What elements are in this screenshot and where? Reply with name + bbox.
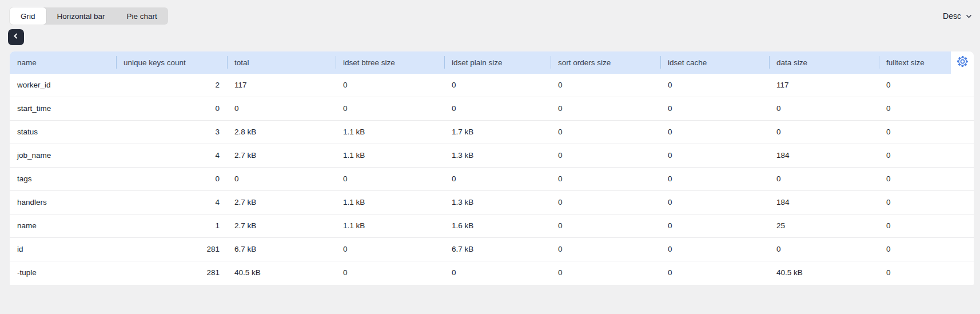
cell-idset-btree-size: 0 [336, 74, 444, 97]
tab-pie-chart-label: Pie chart [127, 12, 157, 21]
cell-sort-orders-size: 0 [551, 238, 660, 261]
column-header-idset-plain-size[interactable]: idset plain size [444, 51, 551, 74]
cell-total: 2.8 kB [227, 121, 336, 144]
table-row: job_name42.7 kB1.1 kB1.3 kB001840 [10, 144, 974, 168]
cell-idset-plain-size: 1.7 kB [444, 121, 551, 144]
table-row: worker_id211700001170 [10, 74, 974, 97]
cell-data-size: 40.5 kB [769, 261, 879, 285]
gear-icon [957, 55, 969, 70]
cell-idset-plain-size: 1.3 kB [444, 144, 551, 167]
cell-idset-cache: 0 [660, 74, 769, 97]
cell-unique-keys-count: 0 [116, 97, 227, 120]
cell-fulltext-size: 0 [879, 238, 951, 261]
column-header-fulltext-size[interactable]: fulltext size [879, 51, 951, 74]
cell-sort-orders-size: 0 [551, 97, 660, 120]
cell-sort-orders-size: 0 [551, 121, 660, 144]
cell-sort-orders-size: 0 [551, 191, 660, 214]
cell-idset-btree-size: 0 [336, 238, 444, 261]
table-row: -tuple28140.5 kB000040.5 kB0 [10, 261, 974, 285]
cell-name: handlers [10, 191, 116, 214]
cell-fulltext-size: 0 [879, 97, 951, 120]
tab-horizontal-bar-label: Horizontal bar [57, 12, 105, 21]
cell-total: 2.7 kB [227, 144, 336, 167]
view-switcher: Grid Horizontal bar Pie chart [10, 7, 168, 25]
table-row: name12.7 kB1.1 kB1.6 kB00250 [10, 214, 974, 238]
column-header-idset-cache[interactable]: idset cache [660, 51, 769, 74]
tab-horizontal-bar[interactable]: Horizontal bar [46, 7, 116, 25]
table-header-row: nameunique keys counttotalidset btree si… [10, 51, 974, 74]
cell-total: 6.7 kB [227, 238, 336, 261]
cell-idset-cache: 0 [660, 168, 769, 190]
cell-unique-keys-count: 3 [116, 121, 227, 144]
sort-order-dropdown[interactable]: Desc [943, 11, 973, 21]
cell-name: tags [10, 168, 116, 190]
cell-sort-orders-size: 0 [551, 214, 660, 237]
column-header-sort-orders-size[interactable]: sort orders size [551, 51, 660, 74]
cell-total: 2.7 kB [227, 191, 336, 214]
tab-grid[interactable]: Grid [10, 7, 46, 25]
cell-sort-orders-size: 0 [551, 144, 660, 167]
table-body: worker_id211700001170start_time00000000s… [10, 74, 974, 285]
chevron-left-icon [12, 32, 20, 42]
cell-idset-cache: 0 [660, 191, 769, 214]
cell-data-size: 0 [769, 168, 879, 190]
tab-grid-label: Grid [21, 12, 35, 21]
table-settings-button[interactable] [951, 51, 974, 74]
cell-idset-plain-size: 1.3 kB [444, 191, 551, 214]
cell-name: job_name [10, 144, 116, 167]
cell-fulltext-size: 0 [879, 191, 951, 214]
cell-idset-cache: 0 [660, 121, 769, 144]
table-row: start_time00000000 [10, 97, 974, 121]
cell-idset-plain-size: 0 [444, 74, 551, 97]
cell-idset-plain-size: 0 [444, 261, 551, 285]
cell-name: worker_id [10, 74, 116, 97]
column-header-name[interactable]: name [10, 51, 116, 74]
cell-idset-btree-size: 1.1 kB [336, 214, 444, 237]
cell-fulltext-size: 0 [879, 74, 951, 97]
cell-idset-btree-size: 0 [336, 261, 444, 285]
stats-table: nameunique keys counttotalidset btree si… [10, 51, 974, 285]
cell-name: id [10, 238, 116, 261]
cell-unique-keys-count: 281 [116, 238, 227, 261]
tab-pie-chart[interactable]: Pie chart [116, 7, 168, 25]
chevron-down-icon [965, 13, 973, 20]
table-row: id2816.7 kB06.7 kB0000 [10, 238, 974, 261]
table-header-cells: nameunique keys counttotalidset btree si… [10, 51, 951, 74]
cell-idset-plain-size: 0 [444, 168, 551, 190]
cell-sort-orders-size: 0 [551, 261, 660, 285]
table-row: handlers42.7 kB1.1 kB1.3 kB001840 [10, 191, 974, 214]
cell-name: name [10, 214, 116, 237]
cell-idset-cache: 0 [660, 261, 769, 285]
cell-idset-cache: 0 [660, 97, 769, 120]
column-header-unique-keys-count[interactable]: unique keys count [116, 51, 227, 74]
cell-sort-orders-size: 0 [551, 74, 660, 97]
cell-data-size: 117 [769, 74, 879, 97]
cell-unique-keys-count: 0 [116, 168, 227, 190]
cell-idset-plain-size: 0 [444, 97, 551, 120]
cell-idset-btree-size: 1.1 kB [336, 144, 444, 167]
cell-unique-keys-count: 2 [116, 74, 227, 97]
cell-sort-orders-size: 0 [551, 168, 660, 190]
cell-data-size: 0 [769, 238, 879, 261]
cell-data-size: 184 [769, 144, 879, 167]
cell-name: start_time [10, 97, 116, 120]
column-header-idset-btree-size[interactable]: idset btree size [336, 51, 444, 74]
cell-data-size: 0 [769, 97, 879, 120]
cell-idset-plain-size: 6.7 kB [444, 238, 551, 261]
table-row: status32.8 kB1.1 kB1.7 kB0000 [10, 121, 974, 144]
cell-data-size: 184 [769, 191, 879, 214]
cell-name: status [10, 121, 116, 144]
cell-fulltext-size: 0 [879, 121, 951, 144]
cell-fulltext-size: 0 [879, 214, 951, 237]
sort-order-label: Desc [943, 11, 961, 21]
column-header-data-size[interactable]: data size [769, 51, 879, 74]
cell-data-size: 0 [769, 121, 879, 144]
cell-total: 0 [227, 168, 336, 190]
back-button[interactable] [8, 29, 24, 45]
cell-total: 117 [227, 74, 336, 97]
cell-idset-cache: 0 [660, 238, 769, 261]
cell-data-size: 25 [769, 214, 879, 237]
column-header-total[interactable]: total [227, 51, 336, 74]
cell-fulltext-size: 0 [879, 144, 951, 167]
cell-idset-btree-size: 1.1 kB [336, 121, 444, 144]
